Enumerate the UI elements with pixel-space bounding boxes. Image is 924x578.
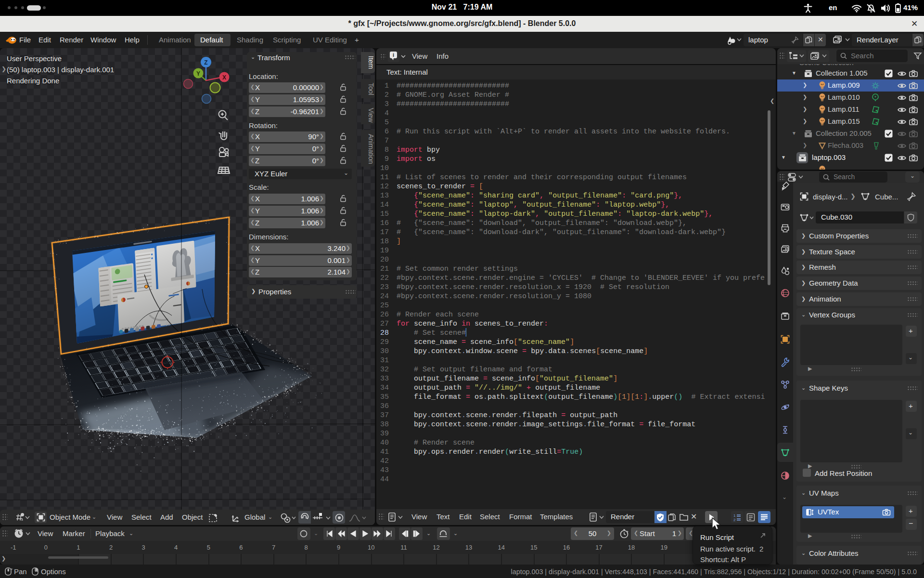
svg-text:1: 1 bbox=[733, 513, 736, 518]
svg-text:i: i bbox=[393, 52, 394, 58]
svg-text:2: 2 bbox=[733, 518, 736, 522]
svg-text:Z: Z bbox=[204, 59, 207, 66]
svg-text:Y: Y bbox=[196, 70, 200, 77]
svg-text:X: X bbox=[222, 74, 226, 81]
